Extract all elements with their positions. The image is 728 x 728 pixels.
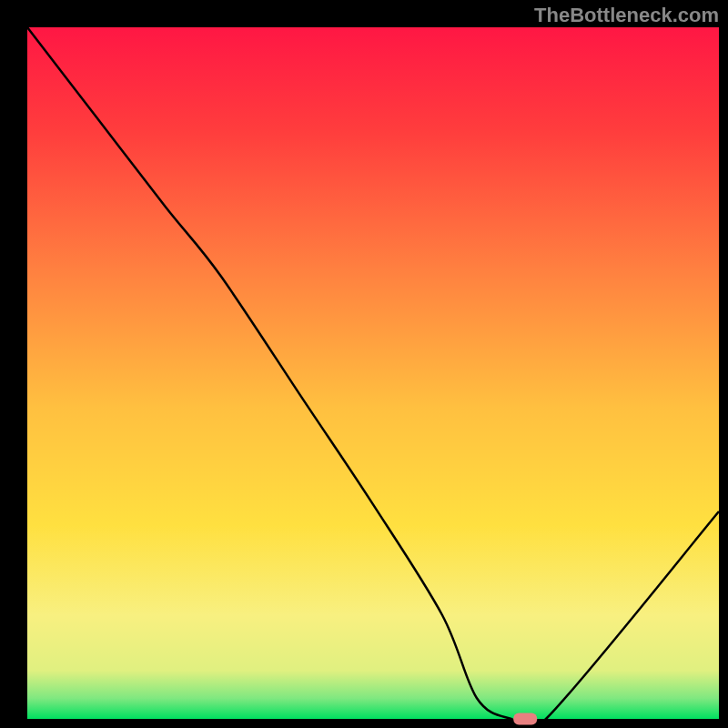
chart-container: [0, 0, 728, 728]
watermark-text: TheBottleneck.com: [534, 4, 719, 27]
chart-svg: [0, 0, 728, 728]
optimal-marker: [513, 713, 537, 725]
plot-background: [27, 27, 719, 719]
